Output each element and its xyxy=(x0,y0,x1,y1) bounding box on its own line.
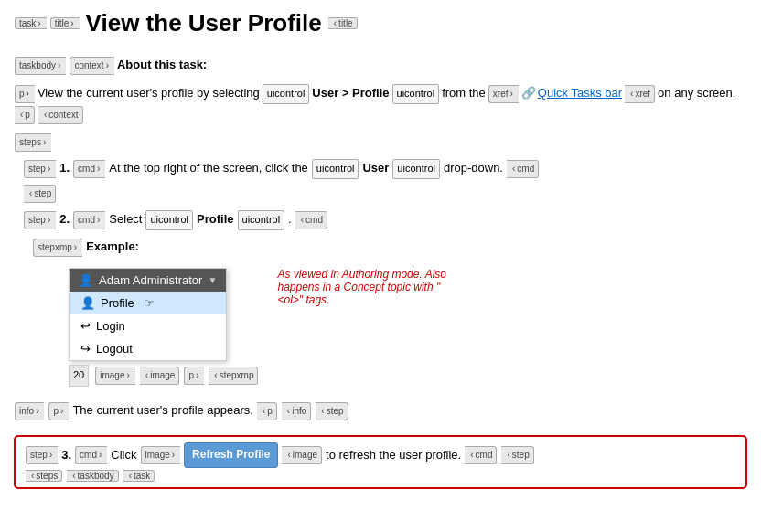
dropdown-item-login[interactable]: ↩ Login xyxy=(70,314,226,337)
dropdown-menu: 👤 Profile ☞ ↩ Login ↪ Logout xyxy=(70,292,226,360)
steps-tag-open: steps xyxy=(15,133,51,152)
example-label: Example: xyxy=(86,236,139,257)
xref-tag: xref xyxy=(488,85,519,103)
p-tag-info: p xyxy=(48,402,69,420)
uicontrol-close-tag: uicontrol xyxy=(392,84,440,104)
steps-tag-row: steps xyxy=(14,133,747,152)
info-tag-open: info xyxy=(15,402,44,420)
step3-text-before: Click xyxy=(111,444,136,465)
logout-label: Logout xyxy=(96,342,133,356)
step3-tag-open: step xyxy=(26,446,58,464)
step2-row: step 2. cmd Select uicontrol Profile uic… xyxy=(23,208,747,230)
step1-cmd-tag: cmd xyxy=(73,160,105,178)
dropdown-item-profile[interactable]: 👤 Profile ☞ xyxy=(70,292,226,314)
step1-number: 1. xyxy=(59,157,70,178)
dropdown-screenshot: 👤 Adam Administrator ▼ 👤 Profile ☞ ↩ Log… xyxy=(69,268,259,392)
image-tag-close: image xyxy=(140,367,180,385)
xref-close-tag: xref xyxy=(625,85,655,103)
profile-icon: 👤 xyxy=(80,296,95,310)
step1-row: step 1. cmd At the top right of the scre… xyxy=(23,157,747,179)
info-row: info p The current user's profile appear… xyxy=(14,399,747,420)
image-tag-row: 20 image image p stepxmp xyxy=(69,365,259,387)
step3-box: step 3. cmd Click image Refresh Profile … xyxy=(14,435,747,489)
about-text1: View the current user's profile by selec… xyxy=(38,82,260,103)
title-tag-close: title xyxy=(328,17,358,29)
dropdown-username: Adam Administrator xyxy=(99,273,202,287)
step3-image-tag-close: image xyxy=(282,446,322,464)
stepxmp-close-tag: stepxmp xyxy=(209,367,258,385)
user-icon: 👤 xyxy=(79,273,93,287)
info-text: The current user's profile appears. xyxy=(72,399,253,420)
p-tag-example: p xyxy=(184,367,204,385)
step3-image-tag-open: image xyxy=(141,446,181,464)
p-close-info: p xyxy=(257,402,277,420)
info-close-tag: info xyxy=(282,402,311,420)
image-tag-open: image xyxy=(95,367,135,385)
profile-label: Profile xyxy=(101,296,134,310)
task-tag-open: task xyxy=(15,17,47,29)
stepxmp-tag-open: stepxmp xyxy=(33,239,82,257)
from-text: from the xyxy=(442,82,486,103)
step-close-info: step xyxy=(316,402,348,420)
step3-bottom-row: steps taskbody task xyxy=(25,470,736,482)
dropdown-arrow-icon: ▼ xyxy=(208,275,217,285)
login-icon: ↩ xyxy=(80,319,91,333)
steps-section: steps step 1. cmd At the top right of th… xyxy=(14,133,747,489)
refresh-profile-button[interactable]: Refresh Profile xyxy=(184,442,278,468)
step3-number: 3. xyxy=(61,444,71,465)
step3-step-close: step xyxy=(501,446,533,464)
uicontrol-open-tag: uicontrol xyxy=(263,84,310,104)
step2-section: step 2. cmd Select uicontrol Profile uic… xyxy=(23,208,747,230)
page-title: View the User Profile xyxy=(86,9,322,37)
step1-section: step 1. cmd At the top right of the scre… xyxy=(23,157,747,203)
p-tag-about: p xyxy=(15,85,35,103)
dropdown-item-logout[interactable]: ↪ Logout xyxy=(70,337,226,360)
step1-tag-close: step xyxy=(24,185,56,203)
example-section: stepxmp Example: 👤 Adam Administrator ▼ … xyxy=(32,236,747,392)
login-label: Login xyxy=(96,319,125,333)
authoring-note: As viewed in Authoring mode. Also happen… xyxy=(277,268,460,306)
about-label: About this task: xyxy=(117,54,207,75)
step3-row: step 3. cmd Click image Refresh Profile … xyxy=(25,442,736,468)
step1-tag-open: step xyxy=(24,160,56,178)
step3-cmd-tag: cmd xyxy=(75,446,107,464)
uicontrol-text: User > Profile xyxy=(312,82,389,103)
step1-uicontrol-open: uicontrol xyxy=(312,159,359,179)
step2-uicontrol-open: uicontrol xyxy=(145,210,193,230)
task-close-tag: task xyxy=(123,470,155,482)
logout-icon: ↪ xyxy=(80,342,91,356)
step2-uicontrol-close: uicontrol xyxy=(238,210,285,230)
step2-uicontrol: Profile xyxy=(197,208,233,229)
step1-close-row: step xyxy=(23,185,747,203)
title-row: task title View the User Profile title xyxy=(14,9,747,37)
step2-text: Select xyxy=(109,208,142,229)
step2-cmd-tag: cmd xyxy=(73,211,105,229)
about-section: taskbody context About this task: p View… xyxy=(14,54,747,124)
on-text: on any screen. xyxy=(658,82,735,103)
step1-uicontrol-close: uicontrol xyxy=(392,159,440,179)
step2-number: 2. xyxy=(59,208,70,229)
taskbody-tag: taskbody xyxy=(15,57,66,75)
quick-tasks-bar-link[interactable]: Quick Tasks bar xyxy=(538,82,622,103)
about-para: p View the current user's profile by sel… xyxy=(14,82,747,124)
taskbody-close-tag: taskbody xyxy=(67,470,118,482)
line-number: 20 xyxy=(69,365,89,387)
step2-cmd-close: cmd xyxy=(295,211,327,229)
step1-text2: drop-down. xyxy=(444,157,503,178)
example-container: 👤 Adam Administrator ▼ 👤 Profile ☞ ↩ Log… xyxy=(69,268,747,392)
step1-cmd-close: cmd xyxy=(507,160,539,178)
stepxmp-tag-row: stepxmp Example: xyxy=(32,236,747,262)
step3-text-after: to refresh the user profile. xyxy=(326,444,461,465)
step3-cmd-close: cmd xyxy=(465,446,497,464)
title-tag-open: title xyxy=(50,17,80,29)
p-close-tag-about: p xyxy=(15,106,35,124)
dropdown-header: 👤 Adam Administrator ▼ xyxy=(70,269,226,292)
context-close-tag: context xyxy=(38,106,83,124)
cursor-hand: ☞ xyxy=(144,296,155,310)
dropdown-widget: 👤 Adam Administrator ▼ 👤 Profile ☞ ↩ Log… xyxy=(69,268,227,361)
context-tag: context xyxy=(70,57,114,75)
step2-tag-open: step xyxy=(24,211,56,229)
info-step-section: info p The current user's profile appear… xyxy=(14,399,747,420)
step1-uicontrol: User xyxy=(362,157,389,178)
step1-text: At the top right of the screen, click th… xyxy=(109,157,308,178)
